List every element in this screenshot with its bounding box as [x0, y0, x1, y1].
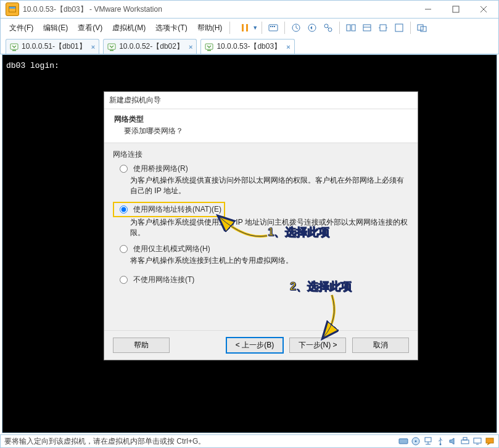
svg-rect-8: [272, 26, 273, 27]
menu-view[interactable]: 查看(V): [73, 20, 107, 36]
tab-close-icon[interactable]: ×: [286, 43, 290, 51]
svg-rect-38: [461, 440, 469, 444]
svg-rect-6: [269, 25, 278, 31]
radio-nat-desc: 为客户机操作系统提供使用主机 IP 地址访问主机拨号连接或外部以太网网络连接的权…: [130, 217, 409, 239]
menu-help[interactable]: 帮助(H): [192, 20, 228, 36]
tab-strip: 10.0.0.51-【db01】 × 10.0.0.52-【db02】 × 10…: [0, 37, 499, 54]
svg-rect-9: [274, 26, 275, 27]
maximize-button[interactable]: [442, 1, 469, 18]
radio-bridge[interactable]: 使用桥接网络(R): [117, 164, 409, 174]
vm-icon: [205, 43, 213, 51]
svg-rect-40: [474, 438, 481, 443]
close-button[interactable]: [469, 1, 497, 18]
toolbar: ▼: [237, 20, 429, 35]
svg-rect-39: [463, 438, 467, 440]
svg-rect-1: [453, 6, 459, 12]
radio-none-input[interactable]: [120, 276, 128, 284]
cd-icon[interactable]: [411, 436, 421, 446]
radio-nat[interactable]: 使用网络地址转换(NAT)(E): [117, 204, 221, 215]
chevron-down-icon[interactable]: ▼: [252, 25, 258, 31]
menu-tabs[interactable]: 选项卡(T): [151, 20, 192, 36]
radio-bridge-label: 使用桥接网络(R): [133, 164, 188, 174]
separator: [229, 22, 230, 34]
svg-rect-34: [425, 438, 431, 442]
display-icon[interactable]: [472, 436, 482, 446]
svg-rect-31: [399, 439, 408, 444]
cancel-button[interactable]: 取消: [352, 338, 409, 353]
radio-none-label: 不使用网络连接(T): [133, 275, 194, 285]
svg-rect-30: [207, 50, 211, 51]
back-button[interactable]: < 上一步(B): [226, 338, 283, 353]
radio-none[interactable]: 不使用网络连接(T): [117, 275, 409, 285]
vm-icon: [107, 43, 116, 51]
radio-hostonly-desc: 将客户机操作系统连接到主机上的专用虚拟网络。: [130, 255, 409, 266]
printer-icon[interactable]: [460, 436, 470, 446]
manage-snapshots-icon[interactable]: [321, 20, 336, 35]
radio-bridge-desc: 为客户机操作系统提供直接访问外部以太网网络的权限。客户机在外部网络上必须有自己的…: [130, 175, 409, 197]
nat-highlight-box: 使用网络地址转换(NAT)(E): [113, 202, 225, 217]
group-label-network: 网络连接: [113, 149, 409, 160]
hdd-icon[interactable]: [398, 436, 408, 446]
svg-rect-28: [110, 50, 113, 51]
vm-icon: [10, 43, 19, 51]
usb-icon[interactable]: [435, 436, 445, 446]
folder-view-icon[interactable]: [360, 20, 374, 35]
status-device-icons: [398, 436, 495, 446]
help-button[interactable]: 帮助: [113, 338, 170, 353]
next-button[interactable]: 下一步(N) >: [289, 338, 346, 353]
svg-rect-17: [363, 25, 371, 31]
message-icon[interactable]: [485, 436, 495, 446]
pause-icon[interactable]: [237, 20, 252, 35]
svg-rect-16: [352, 25, 355, 31]
radio-bridge-input[interactable]: [120, 165, 128, 173]
tab-db03[interactable]: 10.0.0.53-【db03】 ×: [200, 39, 294, 54]
dialog-footer: 帮助 < 上一步(B) 下一步(N) > 取消: [104, 330, 418, 360]
dialog-title: 新建虚拟机向导: [104, 92, 418, 109]
svg-rect-25: [10, 44, 18, 49]
menu-bar: 文件(F) 编辑(E) 查看(V) 虚拟机(M) 选项卡(T) 帮助(H) ▼: [0, 19, 499, 37]
unity-icon[interactable]: [414, 20, 429, 35]
svg-rect-4: [242, 24, 244, 31]
radio-hostonly-input[interactable]: [120, 245, 128, 253]
status-bar: 要将输入定向到该虚拟机，请在虚拟机内部单击或按 Ctrl+G。: [0, 434, 499, 448]
title-bar: 10.0.0.53-【db03】 - VMware Workstation: [0, 0, 499, 19]
radio-nat-label: 使用网络地址转换(NAT)(E): [133, 204, 221, 215]
svg-rect-19: [380, 25, 386, 31]
new-vm-wizard-dialog: 新建虚拟机向导 网络类型 要添加哪类网络？ 网络连接 使用桥接网络(R) 为客户…: [104, 91, 418, 360]
network-icon[interactable]: [423, 436, 433, 446]
svg-rect-42: [486, 438, 493, 443]
svg-point-33: [415, 441, 417, 442]
svg-rect-29: [205, 44, 213, 49]
svg-point-37: [440, 444, 442, 446]
tab-label: 10.0.0.53-【db03】: [217, 41, 281, 52]
dialog-heading: 网络类型: [114, 114, 408, 125]
console-text: db03 login:: [2, 55, 497, 77]
thumbnail-bar-icon[interactable]: [344, 20, 358, 35]
minimize-button[interactable]: [414, 1, 442, 18]
tab-close-icon[interactable]: ×: [91, 43, 95, 51]
svg-rect-15: [347, 25, 350, 31]
tab-label: 10.0.0.51-【db01】: [22, 41, 86, 52]
menu-vm[interactable]: 虚拟机(M): [107, 20, 151, 36]
window-title: 10.0.0.53-【db03】 - VMware Workstation: [23, 4, 414, 15]
stretch-icon[interactable]: [376, 20, 390, 35]
sound-icon[interactable]: [448, 436, 458, 446]
radio-hostonly[interactable]: 使用仅主机模式网络(H): [117, 244, 409, 254]
app-icon: [6, 2, 19, 16]
menu-edit[interactable]: 编辑(E): [38, 20, 73, 36]
snapshot-icon[interactable]: [289, 20, 303, 35]
svg-line-14: [328, 27, 329, 28]
tab-db02[interactable]: 10.0.0.52-【db02】 ×: [103, 39, 197, 54]
tab-db01[interactable]: 10.0.0.51-【db01】 ×: [6, 39, 99, 54]
menu-file[interactable]: 文件(F): [4, 20, 38, 36]
svg-rect-5: [246, 24, 248, 31]
fullscreen-icon[interactable]: [392, 20, 406, 35]
revert-snapshot-icon[interactable]: [305, 20, 320, 35]
send-keys-icon[interactable]: [266, 20, 281, 35]
dialog-header: 网络类型 要添加哪类网络？: [104, 109, 418, 143]
svg-rect-7: [270, 26, 271, 27]
dialog-subheading: 要添加哪类网络？: [114, 126, 408, 136]
radio-nat-input[interactable]: [120, 205, 128, 214]
tab-close-icon[interactable]: ×: [189, 43, 192, 51]
radio-hostonly-label: 使用仅主机模式网络(H): [133, 244, 210, 254]
